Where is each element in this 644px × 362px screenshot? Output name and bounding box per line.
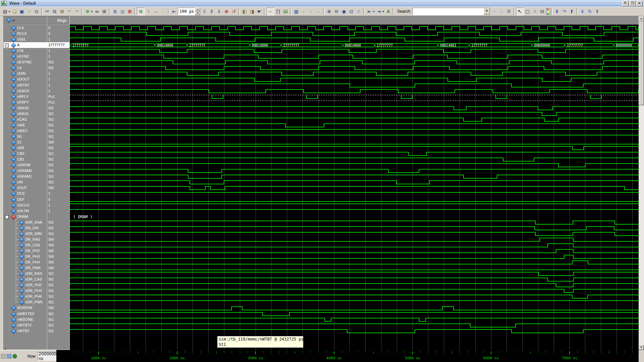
signal-row-ndr_ph2[interactable]: nDR_PH2St1 bbox=[4, 282, 69, 288]
cursor-mode-button[interactable]: ⌐ bbox=[266, 7, 274, 15]
signal-row-nhltm[interactable]: nHLTM1 bbox=[4, 208, 69, 214]
add-wave-button[interactable]: ⊕ bbox=[84, 8, 91, 15]
signal-row-dr_dis[interactable]: DR_DISSt1 bbox=[4, 225, 69, 231]
signal-row-nwtbtf[interactable]: nWTBTFSt1 bbox=[4, 322, 69, 328]
time-ruler[interactable]: 1000 ns2000 ns3000 ns4000 ns5000 ns6000 … bbox=[56, 350, 639, 362]
jump-prev-transition-button[interactable]: ⬇ bbox=[553, 8, 561, 15]
undo-button[interactable]: ↶ bbox=[66, 8, 73, 15]
pan-mode-button[interactable]: ✛ bbox=[531, 8, 539, 15]
signal-row-nwec[interactable]: nWECSt1 bbox=[4, 128, 69, 134]
signal-row-wordw[interactable]: WORDWSt0 bbox=[4, 305, 69, 311]
signal-row-nwtbt[interactable]: nWTBTSt1 bbox=[4, 328, 69, 334]
jump-next-edge-button[interactable]: ⇞ bbox=[594, 8, 601, 15]
forward-arrow-button[interactable]: → bbox=[160, 8, 167, 15]
signal-row-ndin[interactable]: nDIN1 bbox=[4, 71, 69, 76]
signal-row-nras1[interactable]: nRAS1St1 bbox=[4, 111, 69, 117]
run-all-button[interactable]: ⇓ bbox=[215, 8, 223, 15]
signal-row-nfrpy[interactable]: nFRPYPu1 bbox=[4, 100, 69, 105]
signal-row-nwbytef[interactable]: nWBYTEFSt1 bbox=[4, 311, 69, 317]
hand-mode-button[interactable]: ☛ bbox=[256, 8, 263, 15]
zoom-range-button[interactable]: ⊡ bbox=[347, 8, 355, 15]
dock-button[interactable]: ⇱ bbox=[622, 1, 629, 6]
find-button[interactable]: ∞ bbox=[93, 8, 101, 15]
signal-names-pane[interactable]: ▼ Msgs CLK0RCLK0nSEL1+A17777777nTA1nSYNC… bbox=[3, 16, 70, 350]
time-step-value[interactable]: 100 ps bbox=[179, 9, 194, 14]
jump-next-transition-button[interactable]: ⬆ bbox=[568, 8, 576, 15]
signal-row-nin[interactable]: nINSt1 bbox=[4, 179, 69, 185]
signal-row-a[interactable]: +A17777777 bbox=[4, 42, 69, 48]
cut-left-button[interactable]: ⇤ bbox=[366, 8, 373, 15]
scroll-down-button[interactable]: ▼ bbox=[639, 345, 644, 350]
window-icon[interactable] bbox=[7, 354, 11, 359]
zoom-select-mode-button[interactable]: ▢ bbox=[524, 8, 531, 15]
signal-row-cb1[interactable]: CB1St1 bbox=[4, 157, 69, 162]
signal-row-def[interactable]: DEF0 bbox=[4, 197, 69, 202]
copy-button[interactable]: ⧉ bbox=[51, 8, 58, 15]
reload-button[interactable]: ⇄ bbox=[25, 8, 33, 15]
close-button[interactable]: ✕ bbox=[636, 1, 643, 6]
maximize-button[interactable]: ❐ bbox=[629, 1, 636, 6]
signal-row-ndr_pw5[interactable]: nDR_PW5St1 bbox=[4, 299, 69, 305]
find-prev-button[interactable]: ∞ bbox=[498, 8, 505, 15]
find-next-button[interactable]: ∞ bbox=[490, 8, 498, 15]
signal-row-nwe[interactable]: nWESt1 bbox=[4, 122, 69, 128]
zoom-mode-pointer-button[interactable]: ⊘ bbox=[355, 8, 362, 15]
signal-row-s1[interactable]: S1St0 bbox=[4, 139, 69, 145]
paste-button[interactable]: ⊞ bbox=[58, 8, 66, 15]
cut-button[interactable]: ✂ bbox=[44, 8, 51, 15]
signal-row-nsram1[interactable]: nSRAM1St1 bbox=[4, 174, 69, 179]
signal-row-nsync[interactable]: nSYNC1 bbox=[4, 54, 69, 59]
title-bar[interactable]: Wave - Default ⇱❐✕ bbox=[1, 0, 643, 7]
signal-row-nrply[interactable]: nRPLYPu1 bbox=[4, 94, 69, 100]
signal-row-ndr_ena[interactable]: nDR_ENASt1 bbox=[4, 220, 69, 225]
signal-row-nras0[interactable]: nRAS0St1 bbox=[4, 105, 69, 111]
insert-node-button[interactable]: ⋔ bbox=[384, 8, 392, 15]
signal-row-dce[interactable]: DCE1 bbox=[4, 191, 69, 196]
layout-icon[interactable] bbox=[1, 354, 6, 359]
play-icon[interactable] bbox=[12, 354, 17, 359]
edit-wave-button[interactable]: ◧ bbox=[241, 8, 248, 15]
signal-row-ndr_ph4[interactable]: nDR_PH4St1 bbox=[4, 294, 69, 299]
chevron-down-icon[interactable]: ▼ bbox=[12, 19, 15, 22]
search-dropdown-button[interactable]: ▼ bbox=[484, 8, 490, 15]
delete-all-button[interactable]: ⊠ bbox=[126, 8, 133, 15]
traffic-light-icon[interactable] bbox=[546, 8, 550, 15]
names-header[interactable]: ▼ Msgs bbox=[4, 16, 69, 25]
signal-row-nout[interactable]: nOUTSt0 bbox=[4, 185, 69, 191]
save-button[interactable]: ▣ bbox=[18, 8, 25, 15]
signal-row-nta[interactable]: nTA1 bbox=[4, 48, 69, 54]
signal-row-dr_ph4[interactable]: DR_PH4St0 bbox=[4, 259, 69, 265]
break-button[interactable]: ⊗ bbox=[223, 8, 230, 15]
signal-row-nsel[interactable]: nSEL1 bbox=[4, 37, 69, 42]
signal-row-cb0[interactable]: CB0St1 bbox=[4, 151, 69, 157]
run-button[interactable]: ⇩ bbox=[201, 8, 208, 15]
signal-row-nsack[interactable]: nSACK1 bbox=[4, 88, 69, 94]
signal-row-ndr_win[interactable]: nDR_WINSt1 bbox=[4, 231, 69, 237]
step-low-button[interactable]: ⌐ bbox=[300, 8, 307, 15]
signal-row-ndclo[interactable]: nDCLO1 bbox=[4, 202, 69, 208]
restart-sim-button[interactable]: ↺ bbox=[230, 8, 237, 15]
wave-pair-button[interactable]: ∏ bbox=[274, 8, 282, 15]
signal-row-ndr_ras[interactable]: nDR_RASSt1 bbox=[4, 271, 69, 277]
restart-button[interactable]: ⇤ bbox=[170, 8, 178, 15]
vertical-scrollbar[interactable]: ▲ ▼ bbox=[639, 16, 644, 350]
up-arrow-button[interactable]: ↑ bbox=[145, 8, 152, 15]
wave-triple-button[interactable]: Ш bbox=[282, 8, 289, 15]
link-button[interactable]: ⧉ bbox=[137, 7, 145, 15]
signal-row-dr_cas[interactable]: DR_CASSt0 bbox=[4, 242, 69, 248]
signal-row-s0[interactable]: S0St1 bbox=[4, 134, 69, 139]
edit-grid-button[interactable]: ⊟ bbox=[539, 8, 546, 15]
signal-row-nsram0[interactable]: nSRAM0St1 bbox=[4, 168, 69, 174]
matrix-button[interactable]: ▦ bbox=[119, 8, 126, 15]
signal-row-nrb[interactable]: nRBSt1 bbox=[4, 145, 69, 151]
search-input[interactable]: ▼ bbox=[413, 8, 490, 15]
stretch-wave-button[interactable]: ◨ bbox=[248, 8, 256, 15]
signal-row-ndout[interactable]: nDOUT1 bbox=[4, 76, 69, 82]
zoom-in-button[interactable]: ⊕ bbox=[325, 8, 333, 15]
step-high-button[interactable]: ⌐ bbox=[315, 8, 322, 15]
scrollbar-thumb[interactable] bbox=[639, 21, 644, 105]
scroll-up-button[interactable]: ▲ bbox=[639, 16, 644, 21]
signal-row-ndr_cas[interactable]: nDR_CASSt1 bbox=[4, 277, 69, 282]
run-continue-button[interactable]: ⇕ bbox=[208, 8, 215, 15]
zoom-full-button[interactable]: ◉ bbox=[340, 8, 347, 15]
